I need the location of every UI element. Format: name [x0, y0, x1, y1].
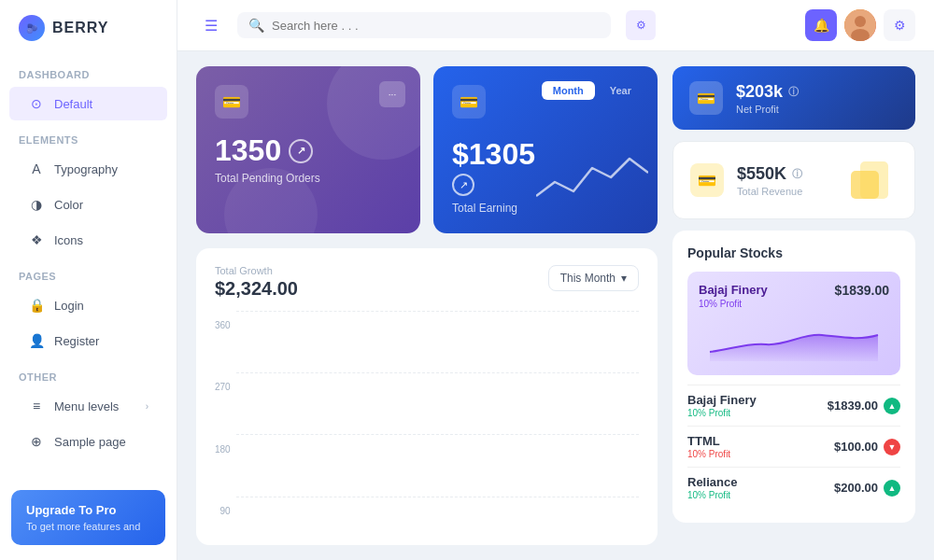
y-axis: 360 270 180 90	[215, 311, 231, 516]
growth-header: Total Growth $2,324.00 This Month ▾	[215, 265, 639, 300]
sidebar-item-sample-page[interactable]: ⊕ Sample page	[9, 425, 167, 458]
stock-profit: 10% Profit	[687, 449, 730, 459]
sidebar-item-default[interactable]: ⊙ Default	[9, 87, 167, 120]
growth-label: Total Growth	[215, 265, 298, 276]
settings-button[interactable]: ⚙	[884, 9, 915, 41]
sidebar-item-menu-levels-label: Menu levels	[54, 399, 119, 413]
growth-value: $2,324.00	[215, 278, 298, 300]
menu-levels-icon: ≡	[28, 398, 45, 414]
sidebar-item-icons-label: Icons	[54, 233, 83, 247]
net-profit-value: $203k ⓘ	[736, 82, 899, 102]
sidebar-item-menu-levels[interactable]: ≡ Menu levels ›	[9, 389, 167, 423]
revenue-icon: 💳	[690, 163, 724, 197]
chevron-down-icon: ▾	[621, 272, 627, 285]
content-area: 💳 ··· 1350 ↗ Total Pending Orders 💳 Mont…	[177, 51, 934, 560]
sidebar: 🫐 BERRY Dashboard ⊙ Default Elements A T…	[0, 0, 177, 560]
this-month-filter[interactable]: This Month ▾	[548, 265, 639, 291]
logo: 🫐 BERRY	[0, 0, 177, 56]
stock-profit: 10% Profit	[687, 408, 757, 418]
revenue-label: Total Revenue	[737, 186, 828, 197]
y-label-90: 90	[215, 506, 231, 516]
lock-icon: 🔒	[28, 297, 45, 314]
featured-stock-chart	[699, 315, 889, 361]
icons-icon: ❖	[28, 231, 45, 248]
card-menu-button[interactable]: ···	[379, 81, 405, 107]
featured-stock-profit: 10% Profit	[699, 299, 889, 309]
card-icon: 💳	[215, 85, 248, 119]
search-icon: 🔍	[248, 18, 264, 33]
upgrade-title: Upgrade To Pro	[26, 503, 150, 517]
sidebar-item-default-label: Default	[54, 97, 92, 111]
stock-list: Bajaj Finery10% Profit$1839.00▲TTML10% P…	[687, 385, 900, 508]
revenue-info-icon: ⓘ	[792, 167, 802, 181]
popular-stocks-card: Popular Stocks Bajaj Finery 10% Profit $…	[672, 231, 915, 523]
net-profit-icon: 💳	[689, 81, 723, 115]
sample-page-icon: ⊕	[28, 433, 45, 450]
svg-rect-4	[851, 171, 879, 199]
bars	[236, 311, 639, 497]
growth-info: Total Growth $2,324.00	[215, 265, 298, 300]
sidebar-item-color[interactable]: ◑ Color	[9, 188, 167, 221]
sidebar-item-color-label: Color	[54, 198, 83, 212]
logo-text: BERRY	[52, 20, 108, 36]
stock-price: $200.00	[834, 481, 878, 495]
avatar[interactable]	[844, 9, 876, 41]
pending-orders-card: 💳 ··· 1350 ↗ Total Pending Orders	[196, 66, 420, 233]
upgrade-button[interactable]: Upgrade To Pro To get more features and	[11, 490, 165, 545]
y-label-180: 180	[215, 444, 231, 455]
stock-trend-badge: ▼	[884, 439, 900, 455]
featured-stock-value: $1839.00	[835, 283, 889, 298]
stock-price: $1839.00	[828, 399, 878, 413]
net-profit-card: 💳 $203k ⓘ Net Profit	[672, 66, 915, 130]
sidebar-item-register[interactable]: 👤 Register	[9, 324, 167, 357]
dashboard-section-label: Dashboard	[0, 56, 177, 86]
sidebar-item-login-label: Login	[54, 299, 84, 313]
tab-year[interactable]: Year	[599, 81, 643, 100]
sidebar-item-login[interactable]: 🔒 Login	[9, 288, 167, 322]
stock-name: Bajaj Finery	[687, 393, 757, 407]
tab-month[interactable]: Month	[542, 81, 595, 100]
search-input[interactable]	[272, 19, 600, 33]
stock-name-col: TTML10% Profit	[687, 434, 730, 459]
earning-chart	[536, 149, 648, 205]
sidebar-item-typography-label: Typography	[54, 162, 118, 176]
header: ☰ 🔍 ⚙ 🔔 ⚙	[177, 0, 934, 51]
other-section-label: Other	[0, 358, 177, 388]
notification-button[interactable]: 🔔	[805, 9, 837, 41]
total-revenue-card: 💳 $550K ⓘ Total Revenue	[672, 141, 915, 219]
filter-button[interactable]: ⚙	[626, 10, 656, 40]
stock-name: Reliance	[687, 475, 737, 489]
sidebar-item-icons[interactable]: ❖ Icons	[9, 223, 167, 257]
stock-trend-badge: ▲	[884, 480, 900, 497]
pages-section-label: Pages	[0, 258, 177, 287]
stock-price-row: $1839.00▲	[828, 398, 900, 414]
bar-chart-container: 360 270 180 90	[215, 311, 639, 497]
info-icon: ⓘ	[788, 85, 799, 99]
total-earning-card: 💳 Month Year $1305 ↗ Total Earning	[433, 66, 658, 233]
svg-point-1	[855, 16, 866, 27]
right-stat-cards: 💳 $203k ⓘ Net Profit 💳 $550K ⓘ	[672, 66, 915, 545]
stock-name-col: Bajaj Finery10% Profit	[687, 393, 757, 418]
chevron-right-icon: ›	[146, 401, 149, 412]
sidebar-item-sample-page-label: Sample page	[54, 435, 126, 449]
logo-icon: 🫐	[19, 15, 45, 41]
revenue-info: $550K ⓘ Total Revenue	[737, 164, 828, 197]
main-area: ☰ 🔍 ⚙ 🔔 ⚙ 💳 ··· 1350 ↗ Total	[177, 0, 934, 560]
net-profit-info: $203k ⓘ Net Profit	[736, 82, 899, 115]
pending-orders-value: 1350 ↗	[215, 133, 402, 168]
stock-profit: 10% Profit	[687, 490, 737, 500]
default-icon: ⊙	[28, 95, 45, 112]
typography-icon: A	[28, 161, 45, 177]
stock-name-col: Reliance10% Profit	[687, 475, 737, 500]
y-label-270: 270	[215, 382, 231, 392]
net-profit-label: Net Profit	[736, 104, 899, 115]
menu-toggle-button[interactable]: ☰	[196, 10, 226, 40]
y-label-360: 360	[215, 320, 231, 330]
earning-tabs: Month Year	[542, 81, 643, 100]
top-cards: 💳 ··· 1350 ↗ Total Pending Orders 💳 Mont…	[196, 66, 658, 233]
upgrade-subtitle: To get more features and	[26, 521, 150, 532]
stock-featured: Bajaj Finery 10% Profit $1839.00	[687, 272, 900, 375]
stock-price-row: $200.00▲	[834, 480, 900, 497]
sidebar-item-typography[interactable]: A Typography	[9, 152, 167, 186]
stock-list-item: Bajaj Finery10% Profit$1839.00▲	[687, 385, 900, 426]
